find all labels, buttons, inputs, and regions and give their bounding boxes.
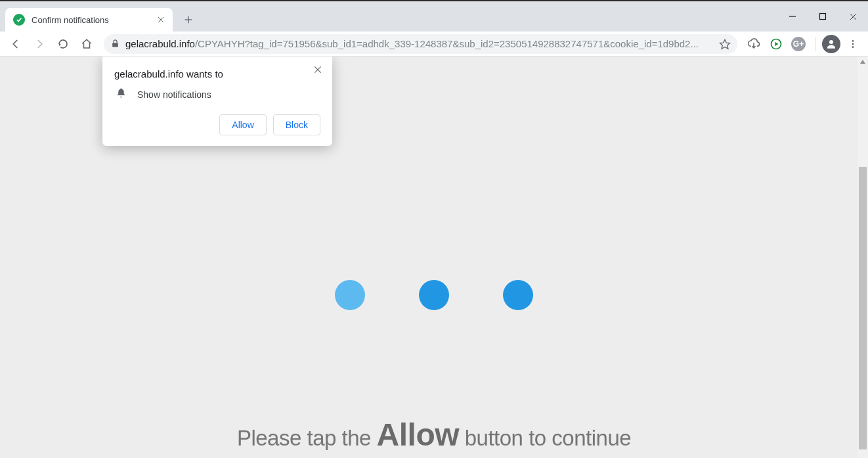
window-controls bbox=[777, 1, 868, 32]
check-icon bbox=[13, 14, 25, 26]
scroll-thumb[interactable] bbox=[859, 167, 867, 449]
scrollbar[interactable] bbox=[857, 57, 868, 458]
loading-dots bbox=[335, 280, 533, 310]
close-window-button[interactable] bbox=[838, 1, 868, 32]
loading-dot bbox=[335, 280, 365, 310]
toolbar-separator bbox=[815, 37, 815, 51]
menu-button[interactable] bbox=[843, 34, 863, 54]
loading-dot bbox=[419, 280, 449, 310]
play-extension-icon[interactable] bbox=[766, 34, 786, 54]
home-button[interactable] bbox=[76, 34, 97, 55]
minimize-button[interactable] bbox=[777, 1, 808, 32]
lock-icon bbox=[110, 39, 120, 49]
block-button[interactable]: Block bbox=[273, 114, 320, 135]
browser-tab[interactable]: Confirm notifications bbox=[5, 8, 173, 32]
tab-title: Confirm notifications bbox=[32, 15, 149, 25]
page-viewport: Please tap the Allow button to continue … bbox=[0, 57, 868, 458]
svg-rect-8 bbox=[112, 43, 118, 47]
googleplus-extension-icon[interactable]: G+ bbox=[789, 34, 808, 54]
svg-marker-12 bbox=[775, 41, 778, 46]
maximize-button[interactable] bbox=[808, 1, 838, 32]
scroll-up-icon[interactable] bbox=[857, 57, 868, 67]
back-button[interactable] bbox=[5, 34, 26, 55]
bell-icon bbox=[116, 87, 127, 101]
permission-item: Show notifications bbox=[137, 89, 211, 100]
svg-marker-9 bbox=[720, 39, 730, 49]
titlebar: Confirm notifications bbox=[0, 1, 868, 32]
svg-point-16 bbox=[852, 46, 854, 48]
profile-button[interactable] bbox=[822, 35, 840, 53]
svg-marker-17 bbox=[860, 60, 865, 64]
download-extension-icon[interactable] bbox=[744, 34, 764, 54]
svg-point-13 bbox=[829, 40, 833, 44]
svg-point-14 bbox=[852, 40, 854, 42]
notification-permission-popup: gelacrabuld.info wants to Show notificat… bbox=[102, 57, 332, 146]
url-text: gelacrabuld.info/CPYAHYH?tag_id=751956&s… bbox=[125, 38, 714, 49]
close-popup-icon[interactable] bbox=[311, 63, 324, 76]
svg-point-15 bbox=[852, 43, 854, 45]
address-bar[interactable]: gelacrabuld.info/CPYAHYH?tag_id=751956&s… bbox=[104, 34, 737, 54]
instruction-text: Please tap the Allow button to continue bbox=[237, 417, 631, 453]
allow-button[interactable]: Allow bbox=[219, 114, 266, 135]
bookmark-star-icon[interactable] bbox=[719, 38, 731, 50]
permission-title: gelacrabuld.info wants to bbox=[114, 68, 320, 80]
reload-button[interactable] bbox=[53, 34, 74, 55]
loading-dot bbox=[503, 280, 533, 310]
toolbar: gelacrabuld.info/CPYAHYH?tag_id=751956&s… bbox=[0, 32, 868, 57]
forward-button[interactable] bbox=[29, 34, 50, 55]
new-tab-button[interactable] bbox=[179, 11, 198, 29]
close-tab-icon[interactable] bbox=[156, 14, 166, 25]
svg-rect-5 bbox=[820, 14, 826, 20]
